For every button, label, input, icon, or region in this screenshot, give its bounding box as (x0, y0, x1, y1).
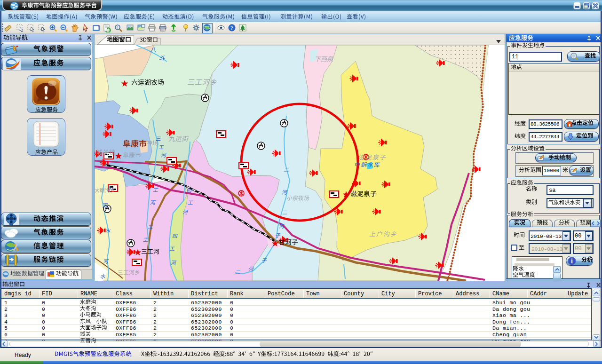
svg-text:?: ? (117, 25, 119, 30)
svg-text:?: ? (230, 25, 233, 31)
